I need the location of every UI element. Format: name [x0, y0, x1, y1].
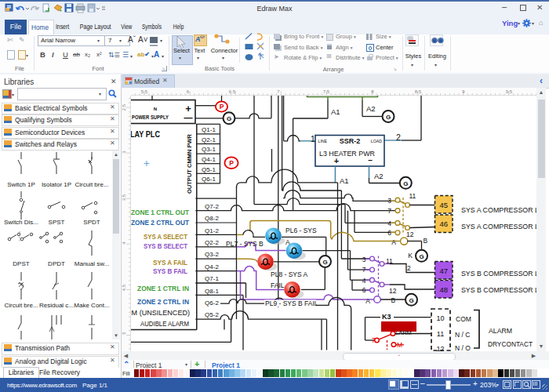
svg-text:PL9 - SYS B FAIL: PL9 - SYS B FAIL	[265, 299, 318, 307]
svg-text:Q8-1: Q8-1	[205, 288, 219, 295]
svg-text:–: –	[368, 156, 373, 165]
svg-text:+: +	[334, 156, 339, 165]
svg-text:B: B	[391, 296, 396, 304]
svg-text:SPDT: SPDT	[83, 219, 100, 226]
svg-text:PL8 - SYS A: PL8 - SYS A	[271, 270, 308, 278]
svg-text:Circuit bre...: Circuit bre...	[4, 302, 38, 309]
svg-text:Help: Help	[173, 23, 184, 31]
svg-text:A1: A1	[340, 176, 349, 185]
svg-text:Q7-1: Q7-1	[205, 275, 219, 282]
svg-text:A: A	[365, 297, 370, 305]
svg-text:4: 4	[362, 277, 366, 285]
svg-text:6: 6	[362, 286, 366, 294]
svg-text:Q3-1: Q3-1	[202, 146, 216, 153]
svg-text:ARM (UNSILENCED): ARM (UNSILENCED)	[122, 309, 190, 317]
svg-text:8.5: 8.5	[415, 89, 422, 94]
svg-text:DPDT: DPDT	[48, 260, 65, 267]
svg-text:Residual c...: Residual c...	[39, 302, 74, 309]
svg-text:Switch 1P: Switch 1P	[7, 181, 35, 188]
svg-text:G: G	[322, 259, 327, 266]
svg-text:SYS B FAIL: SYS B FAIL	[153, 267, 187, 275]
svg-text:G: G	[386, 114, 391, 121]
svg-text:47: 47	[439, 267, 448, 275]
svg-text:11: 11	[409, 192, 416, 200]
svg-text:FAIL: FAIL	[271, 281, 285, 289]
svg-text:6.5: 6.5	[229, 89, 236, 94]
svg-text:ZONE 1 CTRL OUT: ZONE 1 CTRL OUT	[131, 209, 190, 216]
svg-text:L3 HEATER PWR: L3 HEATER PWR	[319, 150, 375, 158]
svg-text:ZONE 2 CTRL OUT: ZONE 2 CTRL OUT	[131, 219, 190, 227]
svg-text:OUTPUT CMMN PWR: OUTPUT CMMN PWR	[186, 133, 193, 194]
svg-text:K3: K3	[382, 313, 391, 321]
svg-text:Q2-1: Q2-1	[202, 136, 216, 143]
svg-text:A1: A1	[331, 107, 340, 116]
svg-text:5.5: 5.5	[141, 89, 148, 94]
svg-text:4: 4	[387, 220, 391, 227]
svg-text:Switch Dis...: Switch Dis...	[4, 219, 38, 226]
svg-text:N / C: N / C	[455, 331, 470, 339]
svg-text:12: 12	[406, 230, 414, 238]
svg-text:SYS A SELECT: SYS A SELECT	[144, 233, 188, 241]
svg-text:Isolator 1P: Isolator 1P	[42, 181, 71, 188]
svg-text:DRYCONTACT: DRYCONTACT	[488, 339, 533, 348]
svg-text:G: G	[403, 180, 408, 187]
svg-text:Q4-2: Q4-2	[205, 263, 219, 270]
svg-text:Manual sw...: Manual sw...	[75, 260, 109, 267]
svg-text:SYS B COMPRESSOR L: SYS B COMPRESSOR L	[461, 285, 539, 294]
svg-text:LAY PLC: LAY PLC	[130, 129, 160, 139]
svg-text:SPST: SPST	[49, 219, 65, 226]
svg-text:6: 6	[387, 229, 391, 237]
svg-text:P: P	[229, 159, 234, 167]
svg-text:11: 11	[437, 330, 444, 338]
svg-text:LOAD: LOAD	[371, 139, 382, 143]
svg-text:Make Cont...: Make Cont...	[74, 302, 109, 309]
svg-text:ALARM: ALARM	[489, 326, 512, 335]
svg-text:COM: COM	[456, 315, 471, 323]
svg-text:Symbols: Symbols	[142, 23, 162, 31]
svg-text:SYS B SELECT: SYS B SELECT	[144, 242, 188, 250]
svg-text:48: 48	[439, 285, 448, 294]
svg-text:DPST: DPST	[13, 260, 29, 267]
svg-text:—: —	[184, 113, 193, 122]
svg-text:46: 46	[439, 220, 448, 228]
svg-text:Q7-2: Q7-2	[205, 203, 219, 210]
svg-text:LINE: LINE	[318, 139, 328, 143]
svg-text:G: G	[409, 297, 413, 304]
svg-text:7: 7	[387, 207, 391, 215]
svg-text:Page Layout: Page Layout	[80, 23, 111, 31]
svg-text:Q1-2: Q1-2	[205, 227, 219, 234]
svg-text:G: G	[227, 115, 231, 122]
svg-text:SYS B COMPRESSOR L: SYS B COMPRESSOR L	[461, 269, 539, 278]
svg-text:3: 3	[387, 197, 391, 205]
svg-text:3: 3	[362, 256, 366, 263]
svg-text:2: 2	[396, 132, 401, 142]
svg-text:PL6 - SYS: PL6 - SYS	[285, 227, 317, 234]
svg-text:SYS A COMPRESSOR L: SYS A COMPRESSOR L	[461, 205, 539, 214]
svg-text:4.5: 4.5	[122, 284, 126, 291]
svg-text:N: N	[154, 107, 157, 111]
svg-text:A: A	[285, 238, 290, 246]
svg-text:12: 12	[389, 287, 397, 295]
svg-text:SYS A COMPRESSOR L: SYS A COMPRESSOR L	[461, 222, 539, 230]
svg-text:10: 10	[436, 314, 444, 322]
svg-text:B: B	[424, 237, 428, 245]
svg-text:2: 2	[407, 264, 411, 272]
svg-text:Q5-1: Q5-1	[202, 166, 216, 173]
svg-text:SYS A FAIL: SYS A FAIL	[153, 259, 187, 267]
svg-text:A2: A2	[366, 104, 376, 113]
svg-text:AUDIBLE ALARM: AUDIBLE ALARM	[140, 320, 189, 328]
svg-text:Q6-1: Q6-1	[202, 176, 216, 183]
svg-text:Q6-2: Q6-2	[205, 299, 219, 307]
svg-text:ZONE 1 CTRL IN: ZONE 1 CTRL IN	[137, 285, 189, 292]
svg-text:45: 45	[439, 201, 448, 209]
svg-text:11: 11	[386, 257, 393, 265]
svg-text:View: View	[121, 23, 132, 31]
svg-text:7: 7	[372, 336, 376, 344]
svg-text:Q3-2: Q3-2	[205, 251, 219, 258]
svg-text:3.5: 3.5	[122, 194, 126, 201]
svg-text:Circuit bre...: Circuit bre...	[75, 181, 108, 188]
svg-text:7: 7	[362, 266, 366, 274]
svg-text:Q2-2: Q2-2	[205, 239, 219, 246]
svg-text:Q4-1: Q4-1	[202, 156, 216, 163]
svg-text:Insert: Insert	[56, 23, 70, 31]
